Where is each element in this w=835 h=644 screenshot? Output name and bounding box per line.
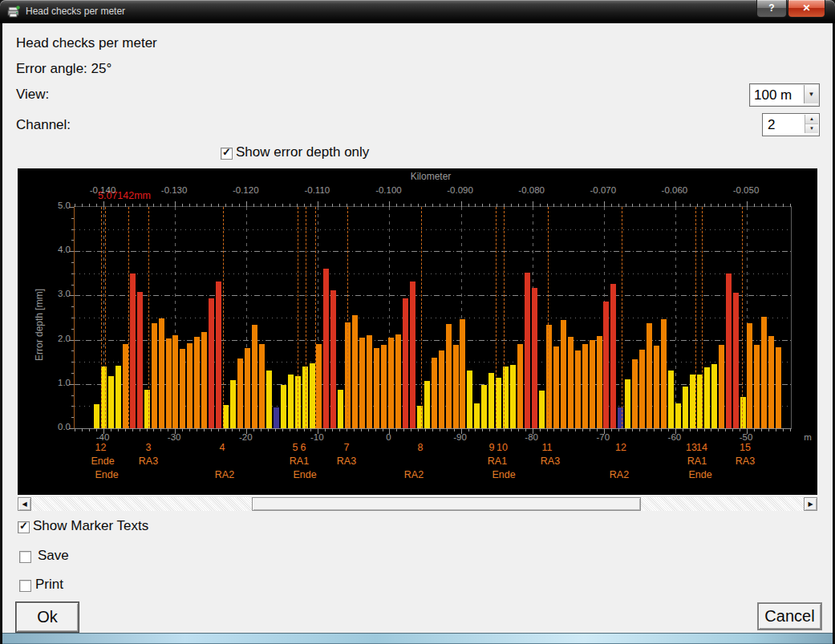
save-label: Save xyxy=(38,548,69,564)
top-minor-tick xyxy=(440,204,440,207)
top-minor-tick xyxy=(690,204,691,207)
top-minor-tick xyxy=(282,204,283,207)
top-minor-tick xyxy=(668,204,669,207)
marker-line xyxy=(347,207,348,428)
marker-text: RA1 xyxy=(687,456,707,467)
bottom-minor-tick xyxy=(218,428,219,431)
bar xyxy=(439,350,444,428)
top-axis-tick-label: -0.090 xyxy=(447,185,473,195)
top-minor-tick xyxy=(147,204,148,207)
bottom-axis-tick-label: -60 xyxy=(668,432,682,442)
top-minor-tick xyxy=(418,204,419,207)
bar xyxy=(747,323,752,428)
bar xyxy=(661,319,667,428)
marker-line xyxy=(548,207,549,428)
bottom-minor-tick xyxy=(654,428,655,431)
top-axis-tick-label: -0.080 xyxy=(518,185,545,195)
bottom-minor-tick xyxy=(604,428,605,431)
close-button[interactable]: ✕ xyxy=(788,0,825,18)
bar xyxy=(539,391,545,428)
top-minor-tick xyxy=(768,204,769,207)
bottom-axis-tick-label: -40 xyxy=(96,432,110,442)
top-minor-tick xyxy=(776,204,776,207)
top-minor-tick xyxy=(661,204,662,207)
view-select-value: 100 m xyxy=(754,87,792,103)
y-minor-tick xyxy=(71,229,74,230)
bottom-minor-tick xyxy=(632,428,633,431)
y-minor-tick xyxy=(71,428,74,429)
top-minor-tick xyxy=(553,204,554,207)
scrollbar-thumb[interactable] xyxy=(252,497,641,511)
bar xyxy=(553,346,559,428)
bar xyxy=(740,397,746,428)
bar xyxy=(761,317,767,428)
y-tick-label: 2.0 xyxy=(39,334,71,343)
bottom-minor-tick xyxy=(683,428,683,431)
show-marker-texts-checkbox[interactable]: ✓ xyxy=(18,521,30,533)
top-minor-tick xyxy=(275,204,276,207)
checkmark-icon: ✓ xyxy=(19,520,28,532)
channel-label: Channel: xyxy=(16,117,71,133)
bar xyxy=(137,292,143,428)
marker-number: 2 xyxy=(101,442,107,453)
top-minor-tick xyxy=(389,204,390,207)
bottom-minor-tick xyxy=(482,428,483,431)
spinner-down-button[interactable]: ▼ xyxy=(805,124,818,133)
top-minor-tick xyxy=(568,204,569,207)
top-axis-tick-label: -0.140 xyxy=(90,185,116,195)
top-minor-tick xyxy=(396,204,397,207)
chart-horizontal-scrollbar[interactable]: ◀ ▶ xyxy=(18,497,817,511)
bar xyxy=(116,366,121,428)
top-minor-tick xyxy=(225,204,226,207)
show-marker-texts-label: Show Marker Texts xyxy=(33,518,148,534)
view-select[interactable]: 100 m ▼ xyxy=(749,83,820,107)
bottom-minor-tick xyxy=(347,428,347,431)
scroll-right-button[interactable]: ▶ xyxy=(804,497,817,511)
ok-button[interactable]: Ok xyxy=(16,602,79,632)
y-minor-tick xyxy=(71,240,74,241)
bar xyxy=(668,371,674,428)
bottom-minor-tick xyxy=(540,428,541,431)
save-checkbox[interactable] xyxy=(19,551,31,563)
bar xyxy=(274,407,279,428)
bottom-minor-tick xyxy=(290,428,290,431)
y-minor-tick xyxy=(71,406,74,407)
top-minor-tick xyxy=(189,204,190,207)
bottom-minor-tick xyxy=(639,428,640,431)
bottom-minor-tick xyxy=(461,428,462,431)
marker-number: 11 xyxy=(542,442,553,453)
marker-line xyxy=(421,207,422,428)
view-select-dropdown-button[interactable]: ▼ xyxy=(804,85,818,103)
y-tick-label: 0.0 xyxy=(39,422,71,431)
bottom-minor-tick xyxy=(418,428,419,431)
checkmark-icon: ✓ xyxy=(222,146,231,158)
top-minor-tick xyxy=(125,204,126,207)
y-tick-label: 3.0 xyxy=(39,289,71,298)
y-minor-tick xyxy=(71,262,74,263)
top-minor-tick xyxy=(261,204,261,207)
show-error-depth-checkbox[interactable]: ✓ xyxy=(221,148,233,160)
spinner-up-button[interactable]: ▲ xyxy=(805,115,818,124)
bottom-minor-tick xyxy=(690,428,691,431)
scroll-left-button[interactable]: ◀ xyxy=(18,497,31,511)
y-minor-tick xyxy=(71,306,74,307)
bottom-minor-tick xyxy=(553,428,554,431)
bar xyxy=(488,373,494,428)
cancel-button[interactable]: Cancel xyxy=(758,603,821,630)
marker-number: 8 xyxy=(418,442,424,453)
bar xyxy=(517,344,523,428)
error-depth-chart: Kilometer Error depth [mm] m 5.07142mm 5… xyxy=(18,168,817,495)
bottom-minor-tick xyxy=(732,428,733,431)
title-bar[interactable]: Head checks per meter ? ✕ xyxy=(0,0,835,23)
print-checkbox[interactable] xyxy=(19,580,31,592)
bar xyxy=(395,334,401,428)
help-button[interactable]: ? xyxy=(756,0,787,18)
bottom-axis-tick-label: -50 xyxy=(740,432,753,442)
dialog-window: Head checks per meter ? ✕ Head checks pe… xyxy=(0,0,835,644)
marker-line xyxy=(496,207,497,428)
top-minor-tick xyxy=(683,204,683,207)
bottom-minor-tick xyxy=(232,428,233,431)
channel-spinner[interactable]: 2 ▲ ▼ xyxy=(762,113,820,136)
top-minor-tick xyxy=(253,204,254,207)
bar xyxy=(474,403,480,428)
